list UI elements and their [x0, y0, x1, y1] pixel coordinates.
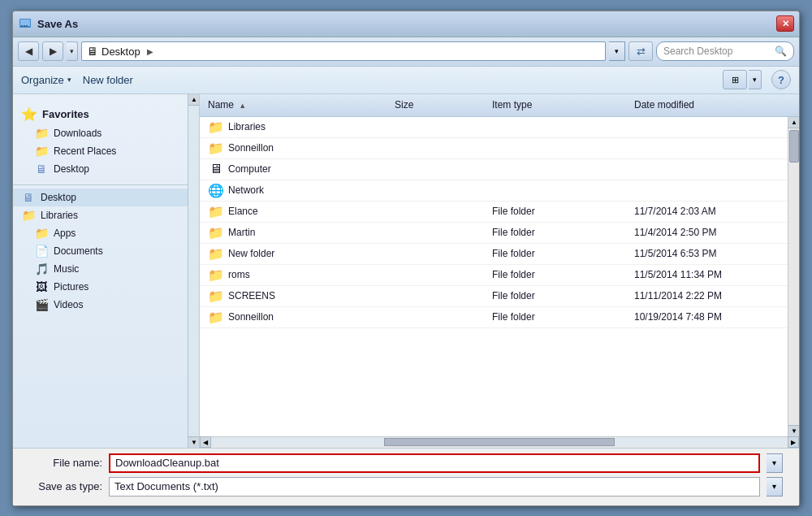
table-row[interactable]: 📁 SCREENS File folder 11/11/2014 2:22 PM [200, 286, 799, 307]
file-name: Elance [228, 206, 258, 217]
apps-icon: 📁 [34, 227, 49, 240]
pictures-label: Pictures [54, 281, 89, 293]
sidebar-item-documents[interactable]: 📄 Documents [13, 242, 199, 260]
organize-button[interactable]: Organize ▾ [21, 74, 71, 86]
table-row[interactable]: 📁 Martin File folder 11/4/2014 2:50 PM [200, 223, 799, 244]
h-scroll-track[interactable] [211, 438, 788, 446]
sidebar-item-videos[interactable]: 🎬 Videos [13, 296, 199, 314]
search-icon: 🔍 [775, 46, 787, 57]
sidebar-scroll-up[interactable]: ▲ [188, 94, 200, 106]
h-scroll-right[interactable]: ▶ [788, 436, 799, 448]
file-date: 11/5/2014 11:34 PM [634, 269, 791, 280]
table-row[interactable]: 📁 roms File folder 11/5/2014 11:34 PM [200, 265, 799, 286]
col-header-size[interactable]: Size [395, 99, 492, 111]
file-date: 11/5/2014 6:53 PM [634, 248, 791, 259]
desktop-fav-label: Desktop [54, 163, 89, 175]
search-placeholder: Search Desktop [663, 46, 771, 57]
sidebar-item-apps[interactable]: 📁 Apps [13, 224, 199, 242]
vertical-scrollbar[interactable]: ▲ ▼ [788, 117, 799, 436]
view-button[interactable]: ⊞ [723, 70, 747, 89]
file-type: File folder [492, 290, 634, 301]
sidebar-item-desktop-fav[interactable]: 🖥 Desktop [13, 160, 199, 178]
sidebar-item-desktop[interactable]: 🖥 Desktop [13, 189, 199, 206]
sidebar-item-downloads[interactable]: 📁 Downloads [13, 124, 199, 142]
table-row[interactable]: 📁 Libraries [200, 117, 799, 138]
address-bar[interactable]: 🖥 Desktop ▶ [81, 41, 606, 61]
titlebar: Save As ✕ [13, 11, 799, 37]
videos-label: Videos [54, 299, 83, 310]
refresh-button[interactable]: ⇄ [628, 41, 653, 61]
col-header-name[interactable]: Name ▲ [208, 99, 395, 111]
file-name: Martin [228, 227, 255, 238]
recent-label: Recent Places [54, 145, 116, 157]
recent-icon: 📁 [34, 145, 49, 158]
file-date: 11/4/2014 2:50 PM [634, 227, 791, 238]
file-name: Sonneillon [228, 311, 274, 323]
search-bar[interactable]: Search Desktop 🔍 [656, 41, 794, 61]
downloads-icon: 📁 [34, 127, 49, 140]
file-icon: 📁 [208, 288, 224, 304]
file-type: File folder [492, 248, 634, 259]
table-row[interactable]: 📁 New folder File folder 11/5/2014 6:53 … [200, 244, 799, 265]
horizontal-scrollbar[interactable]: ◀ ▶ [200, 436, 799, 448]
videos-icon: 🎬 [34, 298, 49, 311]
libraries-label: Libraries [41, 210, 78, 221]
sidebar-item-recent[interactable]: 📁 Recent Places [13, 142, 199, 160]
address-icon: 🖥 [87, 45, 98, 58]
pictures-icon: 🖼 [34, 280, 49, 293]
table-row[interactable]: 📁 Sonneillon [200, 138, 799, 159]
h-scroll-left[interactable]: ◀ [200, 436, 211, 448]
nav-dropdown-button[interactable]: ▾ [67, 41, 78, 61]
file-type: File folder [492, 269, 634, 280]
organize-bar: Organize ▾ New folder ⊞ ▾ ? [13, 67, 799, 94]
sidebar-item-pictures[interactable]: 🖼 Pictures [13, 278, 199, 296]
file-date: 10/19/2014 7:48 PM [634, 311, 791, 323]
table-row[interactable]: 🖥 Computer [200, 159, 799, 180]
sidebar-scroll-down[interactable]: ▼ [188, 436, 200, 448]
savetype-dropdown[interactable]: ▾ [767, 477, 783, 496]
col-header-type[interactable]: Item type [492, 99, 634, 111]
sidebar-item-music[interactable]: 🎵 Music [13, 260, 199, 278]
table-row[interactable]: 📁 Elance File folder 11/7/2014 2:03 AM [200, 202, 799, 223]
sidebar-divider-1 [13, 184, 199, 185]
file-rows: 📁 Libraries 📁 Sonneillon 🖥 Computer [200, 117, 799, 436]
col-header-date[interactable]: Date modified [634, 99, 791, 111]
file-name: New folder [228, 248, 274, 259]
table-row[interactable]: 🌐 Network [200, 180, 799, 202]
svg-rect-4 [26, 25, 28, 27]
forward-button[interactable]: ▶ [42, 41, 63, 61]
savetype-value: Text Documents (*.txt) [114, 480, 218, 492]
new-folder-button[interactable]: New folder [83, 74, 133, 86]
v-scroll-thumb[interactable] [789, 130, 799, 163]
file-icon: 📁 [208, 141, 224, 156]
v-scroll-down[interactable]: ▼ [788, 425, 799, 436]
filename-dropdown[interactable]: ▾ [767, 453, 783, 473]
bottom-area: File name: DownloadCleanup.bat ▾ Save as… [13, 448, 799, 505]
view-dropdown-button[interactable]: ▾ [749, 70, 762, 89]
file-icon: 📁 [208, 119, 224, 135]
file-name: Libraries [228, 121, 266, 132]
music-label: Music [54, 263, 79, 275]
address-dropdown-button[interactable]: ▾ [609, 41, 625, 61]
filename-input[interactable]: DownloadCleanup.bat [109, 453, 760, 473]
file-name: Computer [228, 163, 271, 175]
back-button[interactable]: ◀ [18, 41, 39, 61]
savetype-label: Save as type: [29, 480, 102, 492]
file-date: 11/11/2014 2:22 PM [634, 290, 791, 301]
savetype-input[interactable]: Text Documents (*.txt) [109, 477, 760, 496]
save-as-dialog: Save As ✕ ◀ ▶ ▾ 🖥 Desktop ▶ ▾ ⇄ Search D… [12, 11, 800, 506]
svg-rect-1 [20, 20, 30, 26]
main-content: ▲ ▼ ⭐ Favorites 📁 Downloads 📁 Recent Pla… [13, 94, 799, 448]
help-button[interactable]: ? [771, 70, 791, 89]
file-type: File folder [492, 227, 634, 238]
close-button[interactable]: ✕ [776, 15, 794, 32]
libraries-icon: 📁 [21, 209, 36, 222]
svg-rect-3 [24, 25, 25, 27]
file-icon: 📁 [208, 310, 224, 325]
navigation-toolbar: ◀ ▶ ▾ 🖥 Desktop ▶ ▾ ⇄ Search Desktop 🔍 [13, 37, 799, 67]
file-icon: 📁 [208, 225, 224, 241]
sidebar-item-libraries[interactable]: 📁 Libraries [13, 206, 199, 224]
v-scroll-up[interactable]: ▲ [788, 117, 799, 128]
h-scroll-thumb[interactable] [384, 438, 615, 446]
table-row[interactable]: 📁 Sonneillon File folder 10/19/2014 7:48… [200, 307, 799, 328]
